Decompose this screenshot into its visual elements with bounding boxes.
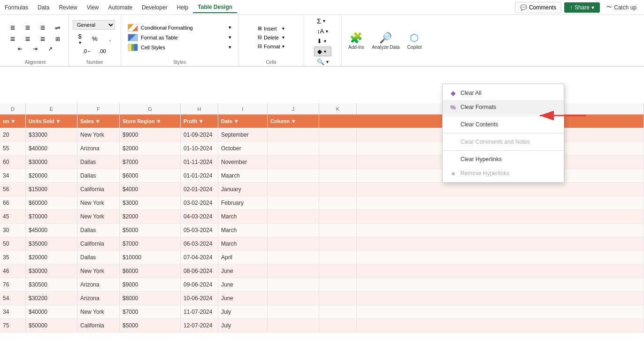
cell-profit[interactable]: $5000 (120, 224, 181, 237)
cell-sales[interactable]: $30000 (26, 264, 77, 278)
cell-units-sold[interactable]: 30 (0, 224, 26, 237)
rotate-btn[interactable]: ↗ (43, 45, 57, 53)
cell-profit[interactable]: $9000 (120, 128, 181, 141)
cell-date[interactable]: 06-03-2024 (181, 237, 218, 250)
table-row[interactable]: 34$40000New York$700011-07-2024July (0, 305, 644, 319)
header-cell-column[interactable]: Column ▼ (268, 115, 319, 128)
cell-store-region[interactable]: New York (77, 210, 120, 223)
catchup-button[interactable]: 〜 Catch up (603, 1, 640, 13)
cell-extra[interactable] (319, 169, 357, 182)
tab-developer[interactable]: Developer (137, 2, 172, 13)
cell-sales[interactable]: $20000 (26, 251, 77, 264)
copilot-btn[interactable]: ⬡ Copilot (404, 27, 424, 55)
cell-sales[interactable]: $30200 (26, 292, 77, 305)
cell-k[interactable] (268, 196, 319, 209)
align-left-btn[interactable]: ≡ (6, 34, 20, 44)
cell-column[interactable]: March (218, 237, 268, 250)
cell-store-region[interactable]: Arizona (77, 292, 120, 305)
add-ins-btn[interactable]: 🧩 Add-ins (345, 27, 367, 55)
cell-units-sold[interactable]: 34 (0, 305, 26, 318)
cell-extra[interactable] (319, 128, 357, 141)
cell-styles-btn[interactable]: Cell Styles ▾ (125, 43, 234, 52)
align-top-btn[interactable]: ≡ (6, 23, 20, 33)
cell-k[interactable] (268, 183, 319, 196)
tab-automate[interactable]: Automate (104, 2, 137, 13)
tab-data[interactable]: Data (33, 2, 54, 13)
cell-profit[interactable]: $6000 (120, 264, 181, 278)
clear-all-item[interactable]: ◆ Clear All (443, 86, 564, 100)
cell-extra[interactable] (319, 155, 357, 169)
format-as-table-btn[interactable]: Format as Table ▾ (125, 33, 234, 42)
autosum-btn[interactable]: Σ ▾ (314, 16, 331, 26)
cell-units-sold[interactable]: 20 (0, 128, 26, 141)
header-cell-sales[interactable]: Sales ▼ (77, 115, 120, 128)
cell-extra[interactable] (319, 251, 357, 264)
cell-sales[interactable]: $60000 (26, 196, 77, 209)
cell-k[interactable] (268, 251, 319, 264)
table-row[interactable]: 45$70000New York$200004-03-2024March (0, 210, 644, 224)
cell-store-region[interactable]: Arizona (77, 142, 120, 155)
cell-profit[interactable]: $2000 (120, 210, 181, 223)
cell-extra[interactable] (319, 319, 357, 332)
sort-btn[interactable]: ↕A ▾ (314, 27, 331, 36)
cell-store-region[interactable]: New York (77, 305, 120, 318)
cell-profit[interactable]: $9000 (120, 278, 181, 291)
cell-units-sold[interactable]: 56 (0, 183, 26, 196)
cell-sales[interactable]: $35000 (26, 237, 77, 250)
table-row[interactable]: 54$30200Arizona$800010-06-2024June (0, 292, 644, 305)
cell-date[interactable]: 03-02-2024 (181, 196, 218, 209)
cell-store-region[interactable]: Dallas (77, 155, 120, 169)
header-cell-profit[interactable]: Profit ▼ (181, 115, 218, 128)
cell-store-region[interactable]: New York (77, 196, 120, 209)
cell-column[interactable]: Maarch (218, 169, 268, 182)
cell-store-region[interactable]: New York (77, 264, 120, 278)
cell-date[interactable]: 01-09-2024 (181, 128, 218, 141)
currency-btn[interactable]: $▾ (73, 32, 87, 46)
cell-units-sold[interactable]: 46 (0, 264, 26, 278)
fill-btn[interactable]: ⬇ ▾ (314, 37, 331, 46)
cell-units-sold[interactable]: 55 (0, 142, 26, 155)
cell-units-sold[interactable]: 35 (0, 251, 26, 264)
cell-date[interactable]: 01-11-2024 (181, 155, 218, 169)
align-right-btn[interactable]: ≡ (36, 34, 50, 44)
cell-units-sold[interactable]: 60 (0, 155, 26, 169)
cell-column[interactable]: January (218, 183, 268, 196)
cell-date[interactable]: 12-07-2024 (181, 319, 218, 332)
cell-date[interactable]: 11-07-2024 (181, 305, 218, 318)
cell-date[interactable]: 02-01-2024 (181, 183, 218, 196)
find-btn[interactable]: 🔍 ▾ (314, 57, 331, 66)
cell-column[interactable]: February (218, 196, 268, 209)
clear-hyperlinks-item[interactable]: Clear Hyperlinks (443, 152, 564, 166)
cell-k[interactable] (268, 224, 319, 237)
cell-column[interactable]: June (218, 264, 268, 278)
cell-k[interactable] (268, 169, 319, 182)
delete-cells-btn[interactable]: ⊟ Delete ▾ (255, 33, 287, 41)
indent-more-btn[interactable]: ⇥ (28, 45, 42, 53)
cell-date[interactable]: 04-03-2024 (181, 210, 218, 223)
cell-k[interactable] (268, 264, 319, 278)
cell-date[interactable]: 05-03-2024 (181, 224, 218, 237)
cell-k[interactable] (268, 292, 319, 305)
cell-date[interactable]: 10-06-2024 (181, 292, 218, 305)
increase-decimal-btn[interactable]: .00 (95, 47, 109, 55)
wrap-text-btn[interactable]: ⇌ (51, 23, 65, 33)
cell-k[interactable] (268, 237, 319, 250)
header-cell-store-region[interactable]: Store Region ▼ (120, 115, 181, 128)
cell-units-sold[interactable]: 75 (0, 319, 26, 332)
header-cell-units-sold[interactable]: Units Sold ▼ (26, 115, 77, 128)
cell-sales[interactable]: $30500 (26, 278, 77, 291)
cell-store-region[interactable]: California (77, 319, 120, 332)
cell-profit[interactable]: $5000 (120, 319, 181, 332)
cell-column[interactable]: September (218, 128, 268, 141)
cell-profit[interactable]: $7000 (120, 155, 181, 169)
cell-store-region[interactable]: California (77, 183, 120, 196)
cell-store-region[interactable]: California (77, 237, 120, 250)
cell-units-sold[interactable]: 66 (0, 196, 26, 209)
tab-help[interactable]: Help (172, 2, 193, 13)
cell-sales[interactable]: $40000 (26, 142, 77, 155)
cell-column[interactable]: July (218, 319, 268, 332)
cell-extra[interactable] (319, 142, 357, 155)
cell-date[interactable]: 01-10-2024 (181, 142, 218, 155)
align-center-btn[interactable]: ≡ (21, 34, 35, 44)
table-row[interactable]: 75$50000California$500012-07-2024July (0, 319, 644, 333)
